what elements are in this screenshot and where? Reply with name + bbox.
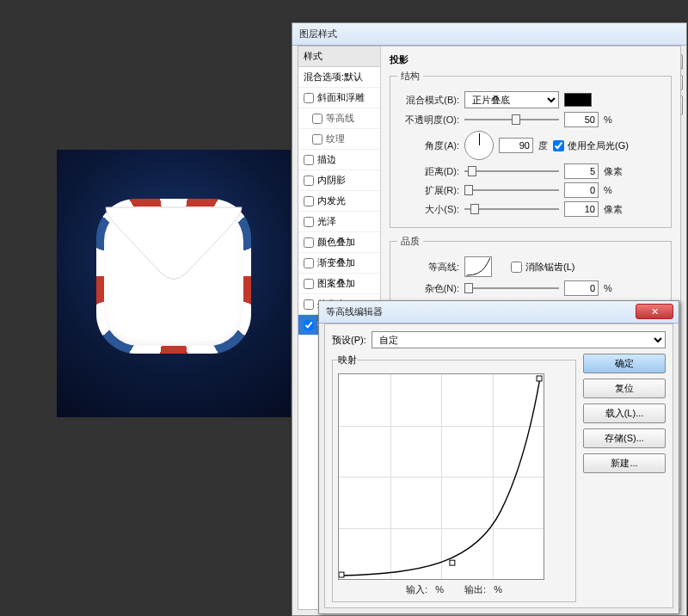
style-checkbox[interactable] (304, 258, 314, 268)
envelope-flap-icon (101, 206, 247, 287)
style-checkbox[interactable] (304, 176, 314, 186)
style-row-4[interactable]: 内阴影 (298, 170, 380, 191)
style-checkbox[interactable] (312, 134, 322, 145)
svg-rect-0 (339, 572, 344, 577)
style-label: 斜面和浮雕 (317, 91, 365, 104)
style-checkbox[interactable] (304, 320, 314, 330)
spread-input[interactable] (564, 182, 599, 198)
save-button[interactable]: 存储(S)... (583, 428, 666, 448)
contour-editor-titlebar[interactable]: 等高线编辑器 ✕ (319, 301, 679, 323)
distance-slider[interactable] (464, 165, 559, 177)
contour-curve-icon (339, 374, 544, 579)
angle-dial[interactable] (464, 131, 494, 160)
layer-style-titlebar[interactable]: 图层样式 (292, 23, 686, 46)
style-label: 光泽 (317, 215, 336, 228)
style-label: 渐变叠加 (317, 256, 355, 269)
style-row-8[interactable]: 渐变叠加 (298, 253, 380, 274)
style-row-9[interactable]: 图案叠加 (298, 274, 380, 294)
style-label: 颜色叠加 (317, 236, 355, 249)
style-row-0[interactable]: 斜面和浮雕 (298, 88, 380, 108)
style-row-1[interactable]: 等高线 (298, 108, 380, 129)
opacity-input[interactable] (564, 112, 599, 127)
mapping-group: 映射 输入: % 输出: % (332, 354, 576, 602)
style-checkbox[interactable] (304, 217, 314, 227)
shadow-color-swatch[interactable] (564, 93, 592, 107)
style-row-5[interactable]: 内发光 (298, 191, 380, 212)
contour-editor-dialog: 等高线编辑器 ✕ 预设(P): 自定 映射 (318, 300, 679, 614)
style-checkbox[interactable] (304, 299, 314, 310)
contour-curve-editor[interactable] (338, 373, 544, 580)
reset-button[interactable]: 复位 (583, 379, 666, 398)
blend-mode-select[interactable]: 正片叠底 (464, 91, 559, 108)
style-label: 等高线 (326, 112, 354, 125)
style-label: 纹理 (326, 132, 345, 145)
new-button[interactable]: 新建... (583, 453, 666, 473)
antialias-checkbox[interactable]: 消除锯齿(L) (511, 261, 574, 274)
canvas-area (0, 0, 292, 616)
blending-options-row[interactable]: 混合选项:默认 (298, 67, 380, 88)
close-icon[interactable]: ✕ (636, 304, 673, 319)
style-row-3[interactable]: 描边 (298, 150, 380, 170)
envelope-icon (96, 199, 251, 354)
style-checkbox[interactable] (304, 279, 314, 289)
style-label: 描边 (317, 153, 336, 166)
ok-button[interactable]: 确定 (583, 354, 666, 373)
size-input[interactable] (564, 201, 599, 217)
style-checkbox[interactable] (304, 196, 314, 206)
style-list-header: 样式 (298, 46, 380, 67)
opacity-slider[interactable] (464, 114, 559, 126)
contour-editor-title: 等高线编辑器 (326, 305, 383, 318)
contour-thumbnail[interactable] (464, 256, 492, 277)
style-label: 内阴影 (317, 174, 346, 187)
style-label: 图案叠加 (317, 277, 355, 290)
preset-label: 预设(P): (332, 334, 366, 347)
style-row-2[interactable]: 纹理 (298, 129, 380, 150)
style-checkbox[interactable] (304, 93, 314, 103)
size-slider[interactable] (464, 203, 559, 215)
distance-input[interactable] (564, 163, 599, 179)
style-row-6[interactable]: 光泽 (298, 212, 380, 232)
noise-slider[interactable] (464, 282, 559, 294)
panel-title: 投影 (390, 53, 672, 66)
style-row-7[interactable]: 颜色叠加 (298, 232, 380, 253)
svg-rect-2 (537, 376, 542, 381)
preset-select[interactable]: 自定 (372, 331, 666, 348)
noise-input[interactable] (564, 280, 599, 296)
spread-slider[interactable] (464, 184, 559, 196)
style-checkbox[interactable] (304, 155, 314, 165)
layer-style-title: 图层样式 (299, 28, 337, 40)
svg-rect-1 (450, 560, 455, 565)
quality-group: 品质 等高线: 消除锯齿(L) 杂色(N): % (390, 235, 672, 307)
structure-group: 结构 混合模式(B): 正片叠底 不透明度(O): % 角度(A): (390, 70, 672, 228)
style-label: 内发光 (317, 194, 346, 207)
style-checkbox[interactable] (312, 114, 322, 124)
use-global-light-checkbox[interactable]: 使用全局光(G) (553, 139, 629, 152)
style-checkbox[interactable] (304, 237, 314, 248)
angle-input[interactable] (499, 138, 533, 153)
load-button[interactable]: 载入(L)... (583, 403, 666, 423)
icon-preview (57, 150, 291, 417)
